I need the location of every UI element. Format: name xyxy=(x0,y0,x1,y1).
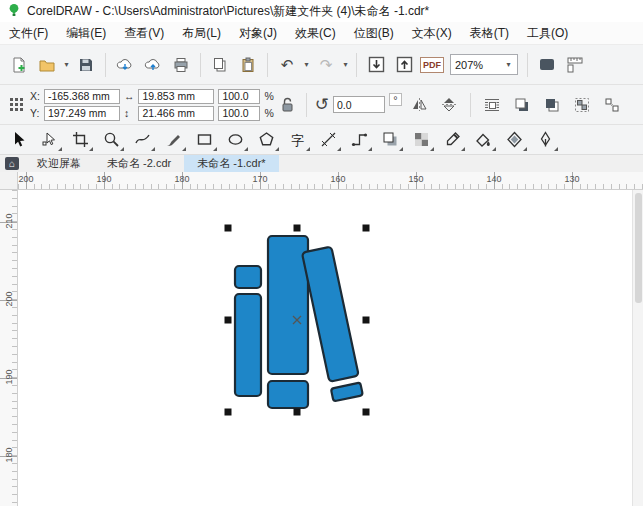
save-button[interactable] xyxy=(73,52,99,78)
ungroup-objects-button[interactable] xyxy=(599,92,625,118)
tab-untitled-2[interactable]: 未命名 -2.cdr xyxy=(94,155,184,172)
object-position-grid-icon xyxy=(6,92,26,118)
scale-x-input[interactable] xyxy=(218,89,260,104)
y-position-label: Y: xyxy=(30,106,40,121)
handle-top-right[interactable] xyxy=(363,225,370,232)
zoom-level-select[interactable]: 207% ▾ xyxy=(450,54,518,75)
rectangle-tool[interactable] xyxy=(189,127,219,153)
connector-tool[interactable] xyxy=(344,127,374,153)
to-front-button[interactable] xyxy=(509,92,535,118)
menu-view[interactable]: 查看(V) xyxy=(115,22,173,44)
scrollbar-thumb[interactable] xyxy=(635,193,642,303)
outline-pen-tool[interactable] xyxy=(530,127,560,153)
scale-y-percent-label: % xyxy=(264,106,273,121)
shape-tool[interactable] xyxy=(34,127,64,153)
wrap-text-button[interactable] xyxy=(479,92,505,118)
open-button[interactable] xyxy=(34,52,60,78)
menu-edit[interactable]: 编辑(E) xyxy=(57,22,115,44)
redo-icon: ↷ xyxy=(320,57,333,72)
handle-middle-right[interactable] xyxy=(363,317,370,324)
flyout-icon xyxy=(213,147,217,151)
flyout-icon xyxy=(430,147,434,151)
rotation-angle-input[interactable] xyxy=(333,96,385,113)
ruler-label: 180 xyxy=(4,447,14,464)
object-height-icon: ↕ xyxy=(124,106,135,121)
handle-bottom-right[interactable] xyxy=(363,409,370,416)
zoom-tool[interactable] xyxy=(96,127,126,153)
home-tab-button[interactable]: ⌂ xyxy=(0,155,24,172)
home-icon: ⌂ xyxy=(5,157,19,170)
export-button[interactable] xyxy=(391,52,417,78)
menu-object[interactable]: 对象(J) xyxy=(230,22,286,44)
pick-tool[interactable] xyxy=(3,127,33,153)
handle-middle-left[interactable] xyxy=(225,317,232,324)
fullscreen-preview-button[interactable] xyxy=(534,52,560,78)
propbar-separator xyxy=(470,93,471,117)
flyout-icon xyxy=(461,147,465,151)
x-position-input[interactable] xyxy=(44,89,120,104)
document-tab-bar: ⌂ 欢迎屏幕 未命名 -2.cdr 未命名 -1.cdr* xyxy=(0,155,643,172)
save-to-cloud-button[interactable] xyxy=(140,52,166,78)
mirror-horizontal-button[interactable] xyxy=(406,92,432,118)
object-height-input[interactable] xyxy=(138,106,214,121)
handle-top-center[interactable] xyxy=(294,225,301,232)
menu-layout[interactable]: 布局(L) xyxy=(173,22,230,44)
crop-tool[interactable] xyxy=(65,127,95,153)
menu-tools[interactable]: 工具(O) xyxy=(518,22,577,44)
color-eyedropper-tool[interactable] xyxy=(437,127,467,153)
tab-welcome-screen[interactable]: 欢迎屏幕 xyxy=(24,155,94,172)
copy-button[interactable] xyxy=(207,52,233,78)
y-position-input[interactable] xyxy=(44,106,120,121)
freehand-tool[interactable] xyxy=(127,127,157,153)
lock-ratio-button[interactable] xyxy=(278,92,298,118)
menu-effects[interactable]: 效果(C) xyxy=(286,22,345,44)
mirror-vertical-button[interactable] xyxy=(436,92,462,118)
toolbar-separator xyxy=(200,53,201,77)
vertical-scrollbar[interactable] xyxy=(632,190,643,506)
menu-table[interactable]: 表格(T) xyxy=(461,22,518,44)
drawing-canvas[interactable] xyxy=(18,190,632,506)
paste-button[interactable] xyxy=(235,52,261,78)
toolbar-separator xyxy=(356,53,357,77)
flyout-icon xyxy=(368,147,372,151)
vertical-ruler[interactable]: 210 200 190 180 xyxy=(0,190,18,506)
group-objects-button[interactable] xyxy=(569,92,595,118)
handle-bottom-left[interactable] xyxy=(225,409,232,416)
handle-top-left[interactable] xyxy=(225,225,232,232)
zoom-level-value: 207% xyxy=(455,59,483,71)
polygon-tool[interactable] xyxy=(251,127,281,153)
menu-file[interactable]: 文件(F) xyxy=(0,22,57,44)
ellipse-tool[interactable] xyxy=(220,127,250,153)
interactive-fill-tool[interactable] xyxy=(468,127,498,153)
ruler-origin-corner[interactable] xyxy=(0,172,18,190)
publish-to-pdf-button[interactable]: PDF xyxy=(419,52,445,78)
app-window: CorelDRAW - C:\Users\Administrator\Pictu… xyxy=(0,0,643,506)
text-tool[interactable]: 字 xyxy=(282,127,312,153)
open-dropdown-icon[interactable]: ▾ xyxy=(62,60,71,69)
undo-icon: ↶ xyxy=(281,57,294,72)
new-document-button[interactable] xyxy=(6,52,32,78)
open-from-cloud-button[interactable] xyxy=(112,52,138,78)
pdf-icon: PDF xyxy=(420,57,444,73)
import-button[interactable] xyxy=(363,52,389,78)
handle-bottom-center[interactable] xyxy=(294,409,301,416)
horizontal-ruler[interactable]: 200 190 180 170 160 150 140 130 xyxy=(18,172,643,190)
print-button[interactable] xyxy=(168,52,194,78)
scale-y-input[interactable] xyxy=(218,106,260,121)
object-width-input[interactable] xyxy=(138,89,214,104)
menu-text[interactable]: 文本(X) xyxy=(403,22,461,44)
undo-button[interactable]: ↶ xyxy=(274,52,300,78)
tab-untitled-1-active[interactable]: 未命名 -1.cdr* xyxy=(184,155,278,172)
redo-dropdown-icon[interactable]: ▾ xyxy=(341,60,350,69)
show-rulers-button[interactable] xyxy=(562,52,588,78)
menu-bitmaps[interactable]: 位图(B) xyxy=(345,22,403,44)
redo-button[interactable]: ↷ xyxy=(313,52,339,78)
undo-dropdown-icon[interactable]: ▾ xyxy=(302,60,311,69)
parallel-dimension-tool[interactable] xyxy=(313,127,343,153)
drop-shadow-tool[interactable] xyxy=(375,127,405,153)
transparency-tool[interactable] xyxy=(406,127,436,153)
to-back-button[interactable] xyxy=(539,92,565,118)
artistic-media-tool[interactable] xyxy=(158,127,188,153)
degree-unit-icon: ° xyxy=(389,93,402,106)
smart-fill-tool[interactable] xyxy=(499,127,529,153)
